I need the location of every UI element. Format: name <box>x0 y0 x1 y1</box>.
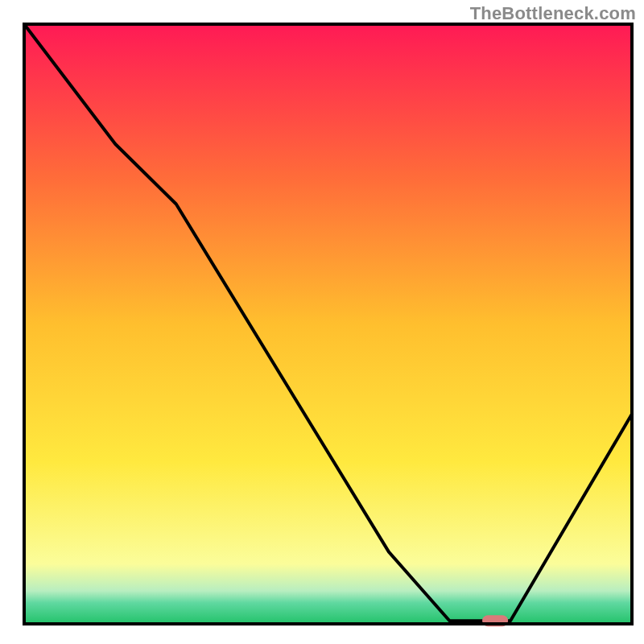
chart-background-gradient <box>24 24 632 624</box>
bottleneck-chart <box>0 0 644 644</box>
